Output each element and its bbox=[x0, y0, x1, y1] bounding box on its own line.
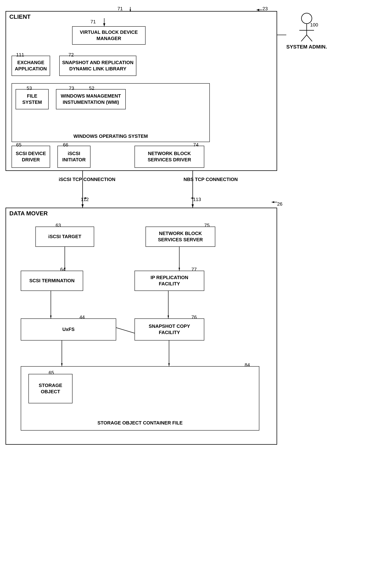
uxfs-to-snapshot-line bbox=[116, 322, 171, 350]
ref-74: 74 bbox=[193, 142, 199, 148]
iscsi-to-scsi-term-line bbox=[64, 247, 119, 274]
network-block-services-driver-box: NETWORK BLOCKSERVICES DRIVER bbox=[134, 146, 204, 168]
ref-63: 63 bbox=[56, 223, 61, 228]
svg-marker-66 bbox=[167, 315, 169, 318]
ref-84: 84 bbox=[245, 362, 250, 368]
ref-65a: 65 bbox=[16, 142, 21, 148]
svg-line-47 bbox=[301, 35, 307, 41]
nbss-to-ip-rep-line bbox=[179, 247, 234, 274]
ref71-outer-arrow bbox=[130, 7, 131, 12]
ref-52: 52 bbox=[89, 86, 94, 91]
file-system-box: FILESYSTEM bbox=[16, 89, 49, 109]
system-admin: SYSTEM ADMIN. bbox=[286, 13, 327, 50]
wmi-box: WINDOWS MANAGEMENTINSTUMENTATION (WMI) bbox=[56, 89, 126, 109]
ref-72: 72 bbox=[68, 52, 74, 58]
svg-marker-54 bbox=[272, 201, 274, 203]
svg-marker-58 bbox=[192, 205, 193, 208]
uxfs-box: UxFS bbox=[21, 318, 116, 341]
exchange-application-box: EXCHANGEAPPLICATION bbox=[11, 56, 50, 76]
svg-marker-41 bbox=[130, 10, 131, 12]
windows-os-box: WINDOWS OPERATING SYSTEM FILESYSTEM 53 W… bbox=[11, 83, 210, 142]
iscsi-tcp-connection-label: iSCSI TCP CONNECTION bbox=[59, 176, 115, 183]
ref23-arrow bbox=[257, 8, 262, 12]
ref-111: 111 bbox=[16, 52, 24, 58]
svg-marker-39 bbox=[103, 23, 105, 26]
ref-65b: 65 bbox=[49, 370, 54, 376]
snapshot-dll-box: SNAPSHOT AND REPLICATIONDYNAMIC LINK LIB… bbox=[59, 56, 136, 76]
ref-75: 75 bbox=[204, 223, 210, 228]
ref-66: 66 bbox=[63, 142, 68, 148]
ref71-arrow bbox=[102, 18, 107, 27]
svg-marker-56 bbox=[82, 205, 83, 208]
svg-marker-71 bbox=[168, 363, 170, 366]
svg-line-48 bbox=[307, 35, 312, 41]
svg-marker-69 bbox=[61, 363, 62, 366]
svg-marker-60 bbox=[64, 268, 65, 271]
client-box: CLIENT VIRTUAL BLOCK DEVICE MANAGER 71 E… bbox=[6, 11, 277, 171]
ip-rep-to-snapshot-line bbox=[167, 291, 223, 318]
ref-23: 23 bbox=[262, 6, 268, 11]
iscsi-initiator-box: iSCSIINITIATOR bbox=[57, 146, 91, 168]
storage-object-box: STORAGEOBJECT bbox=[29, 374, 72, 403]
svg-marker-62 bbox=[179, 268, 180, 271]
storage-object-container-file-label: STORAGE OBJECT CONTAINER FILE bbox=[97, 420, 183, 426]
ref26-arrow bbox=[272, 202, 327, 230]
diagram-container: CLIENT VIRTUAL BLOCK DEVICE MANAGER 71 E… bbox=[0, 0, 392, 561]
svg-marker-43 bbox=[257, 9, 259, 11]
nbs-tcp-connection-label: NBS TCP CONNECTION bbox=[184, 176, 238, 183]
uxfs-to-container-line bbox=[61, 341, 116, 368]
data-mover-label: DATA MOVER bbox=[9, 210, 48, 217]
virtual-block-device-manager-box: VIRTUAL BLOCK DEVICE MANAGER bbox=[72, 26, 145, 45]
windows-os-label: WINDOWS OPERATING SYSTEM bbox=[73, 133, 148, 139]
nbs-vertical-line bbox=[192, 171, 193, 208]
storage-object-container-file-box: STORAGE OBJECT CONTAINER FILE STORAGEOBJ… bbox=[21, 366, 259, 431]
ref-71-outer: 71 bbox=[117, 6, 123, 11]
svg-marker-64 bbox=[50, 315, 52, 318]
ref-71: 71 bbox=[91, 19, 96, 25]
iscsi-vertical-line bbox=[82, 171, 83, 208]
ref-53: 53 bbox=[27, 86, 32, 91]
system-admin-label: SYSTEM ADMIN. bbox=[286, 44, 327, 50]
ref-100: 100 bbox=[310, 22, 318, 28]
svg-line-67 bbox=[116, 328, 134, 333]
ref-73: 73 bbox=[69, 86, 74, 91]
network-block-services-server-box: NETWORK BLOCKSERVICES SERVER bbox=[145, 227, 215, 247]
snapshot-to-container-line bbox=[168, 341, 223, 368]
client-label: CLIENT bbox=[9, 13, 31, 20]
scsi-device-driver-box: SCSI DEVICEDRIVER bbox=[11, 146, 50, 168]
scsi-term-to-uxfs-line bbox=[50, 291, 105, 318]
data-mover-box: DATA MOVER iSCSI TARGET 63 NETWORK BLOCK… bbox=[6, 208, 277, 445]
iscsi-target-box: iSCSI TARGET bbox=[35, 227, 94, 247]
